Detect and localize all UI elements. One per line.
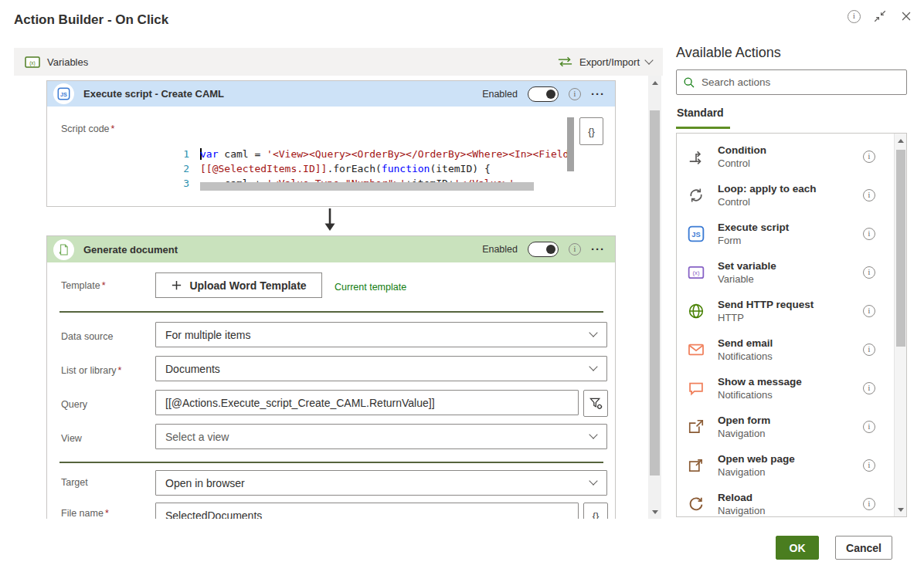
action-item-reload[interactable]: Reload Navigation <box>677 485 894 517</box>
email-icon <box>688 341 705 358</box>
canvas-vertical-scrollbar[interactable] <box>648 76 661 519</box>
scroll-up-icon[interactable] <box>895 135 907 146</box>
action-item-show-a-message[interactable]: Show a message Notifications <box>677 369 894 408</box>
action-item-title: Send email <box>718 337 773 350</box>
action-item-send-http-request[interactable]: Send HTTP request HTTP <box>677 292 894 330</box>
action-item-category: Control <box>718 196 817 208</box>
scrollbar-thumb[interactable] <box>650 110 660 476</box>
info-icon[interactable] <box>863 498 875 510</box>
query-input[interactable] <box>155 390 579 415</box>
template-label: Template* <box>61 280 106 291</box>
globe-icon <box>688 303 705 320</box>
close-icon[interactable] <box>899 9 913 23</box>
list-or-library-select[interactable]: Documents <box>155 356 607 381</box>
more-menu-icon[interactable] <box>591 245 605 253</box>
target-label: Target <box>61 477 88 488</box>
script-code-label: Script code* <box>61 124 114 134</box>
action-item-title: Open form <box>718 415 770 427</box>
collapse-icon[interactable] <box>873 9 887 23</box>
scroll-down-icon[interactable] <box>895 504 907 515</box>
action-item-category: Variable <box>718 273 776 285</box>
tab-underline <box>676 127 730 129</box>
flow-arrow-icon <box>323 208 337 233</box>
scroll-up-icon[interactable] <box>648 77 661 88</box>
svg-text:(x): (x) <box>693 269 700 276</box>
available-actions-list: Condition Control Loop: apply to each Co… <box>676 133 907 517</box>
action-item-open-form[interactable]: Open form Navigation <box>677 408 894 446</box>
editor-horizontal-scrollbar[interactable] <box>200 182 534 191</box>
view-select[interactable]: Select a view <box>155 424 607 449</box>
js-icon: JS <box>688 225 705 242</box>
export-import-button[interactable]: Export/Import <box>557 56 652 68</box>
action-item-category: Control <box>718 157 766 169</box>
available-actions-title: Available Actions <box>676 45 907 61</box>
file-name-token-button[interactable]: {} <box>583 503 608 519</box>
canvas-scroll-region: JS Execute script - Create CAML Enabled … <box>14 76 649 519</box>
chevron-down-icon <box>644 56 653 64</box>
action-item-category: Form <box>718 235 789 246</box>
action-item-title: Execute script <box>718 222 789 234</box>
info-icon[interactable] <box>863 344 875 356</box>
target-select[interactable]: Open in browser <box>155 470 607 496</box>
data-source-select[interactable]: For multiple items <box>155 322 607 347</box>
editor-vertical-scrollbar[interactable] <box>567 117 574 171</box>
open-form-icon <box>688 418 705 435</box>
document-icon <box>53 239 74 260</box>
action-item-category: Notifications <box>718 389 802 401</box>
info-icon[interactable] <box>863 382 875 394</box>
info-icon[interactable] <box>863 266 875 279</box>
cancel-button[interactable]: Cancel <box>835 536 892 560</box>
svg-text:JS: JS <box>691 231 700 239</box>
scroll-down-icon[interactable] <box>648 506 661 517</box>
action-item-condition[interactable]: Condition Control <box>677 137 894 176</box>
action-item-category: Navigation <box>718 428 770 439</box>
variables-icon: (x) <box>25 56 40 68</box>
export-import-icon <box>557 56 573 67</box>
info-icon[interactable] <box>863 421 875 433</box>
info-icon[interactable] <box>863 305 875 317</box>
action-item-send-email[interactable]: Send email Notifications <box>677 330 894 369</box>
search-input[interactable] <box>701 76 900 88</box>
script-code-editor[interactable]: 1var caml = '<View><Query><OrderBy></Ord… <box>169 117 574 191</box>
info-icon[interactable] <box>863 189 875 201</box>
file-name-input[interactable] <box>155 503 579 519</box>
info-icon[interactable] <box>863 151 875 163</box>
loop-icon <box>688 187 705 204</box>
ok-button[interactable]: OK <box>776 536 819 560</box>
insert-token-button[interactable]: {} <box>579 117 603 145</box>
info-icon[interactable] <box>569 243 581 256</box>
chevron-down-icon <box>589 430 597 438</box>
tab-standard[interactable]: Standard <box>677 107 724 119</box>
dialog-info-icon[interactable] <box>848 10 861 23</box>
info-icon[interactable] <box>863 459 875 472</box>
required-mark: * <box>111 124 115 134</box>
action-item-title: Reload <box>718 492 765 504</box>
more-menu-icon[interactable] <box>591 90 605 98</box>
available-actions-panel: Available Actions Standard Condition Con… <box>676 40 907 61</box>
current-template-link[interactable]: Current template <box>335 282 406 293</box>
action-item-open-web-page[interactable]: Open web page Navigation <box>677 446 894 485</box>
execute-script-body: Script code* 1var caml = '<View><Query><… <box>47 107 615 208</box>
list-vertical-scrollbar[interactable] <box>894 134 906 516</box>
info-icon[interactable] <box>863 228 875 240</box>
scrollbar-thumb[interactable] <box>896 150 905 347</box>
query-filter-button[interactable] <box>583 390 608 417</box>
page-title: Action Builder - On Click <box>14 12 168 28</box>
action-item-loop-apply-to-each[interactable]: Loop: apply to each Control <box>677 176 894 215</box>
enabled-label: Enabled <box>482 89 518 100</box>
action-item-title: Set variable <box>718 260 776 272</box>
action-item-category: Navigation <box>718 466 795 478</box>
upload-word-template-button[interactable]: Upload Word Template <box>155 272 322 298</box>
variables-button[interactable]: (x) Variables <box>25 56 88 68</box>
action-item-set-variable[interactable]: (x) Set variable Variable <box>677 253 894 292</box>
reload-icon <box>688 496 705 513</box>
actions-canvas: (x) Variables Export/Import JS Execute s… <box>14 48 663 519</box>
enabled-toggle[interactable] <box>528 242 559 257</box>
svg-text:(x): (x) <box>29 59 36 66</box>
info-icon[interactable] <box>569 88 581 100</box>
enabled-label: Enabled <box>482 244 518 255</box>
action-item-execute-script[interactable]: JS Execute script Form <box>677 215 894 253</box>
enabled-toggle[interactable] <box>528 86 559 102</box>
chevron-down-icon <box>589 476 597 485</box>
execute-script-block: JS Execute script - Create CAML Enabled … <box>46 80 616 207</box>
